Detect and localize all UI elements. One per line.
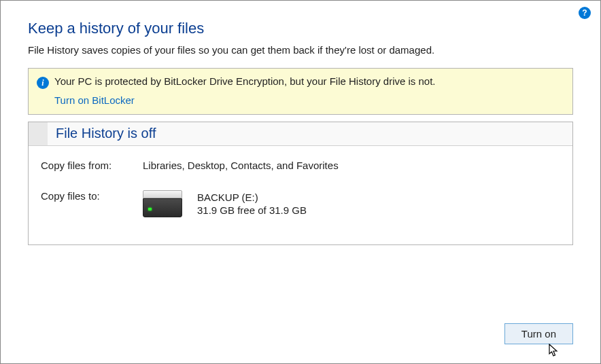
drive-space: 31.9 GB free of 31.9 GB: [197, 204, 307, 216]
copy-from-value: Libraries, Desktop, Contacts, and Favori…: [143, 160, 339, 171]
drive-name: BACKUP (E:): [197, 192, 307, 203]
file-history-status-panel: File History is off Copy files from: Lib…: [28, 122, 573, 245]
status-title: File History is off: [56, 126, 567, 141]
info-icon: i: [37, 77, 49, 89]
page-subtitle: File History saves copies of your files …: [28, 44, 573, 56]
bitlocker-warning-text: Your PC is protected by BitLocker Drive …: [54, 75, 436, 87]
page-title: Keep a history of your files: [28, 20, 573, 37]
status-header: File History is off: [29, 122, 572, 146]
copy-from-label: Copy files from:: [41, 160, 143, 171]
turn-on-button[interactable]: Turn on: [504, 323, 573, 344]
hard-drive-icon: [143, 190, 182, 217]
bitlocker-warning-panel: i Your PC is protected by BitLocker Driv…: [28, 68, 573, 115]
cursor-icon: [549, 344, 561, 359]
copy-to-label: Copy files to:: [41, 190, 143, 202]
help-icon[interactable]: ?: [579, 7, 591, 19]
turn-on-bitlocker-link[interactable]: Turn on BitLocker: [54, 94, 135, 106]
